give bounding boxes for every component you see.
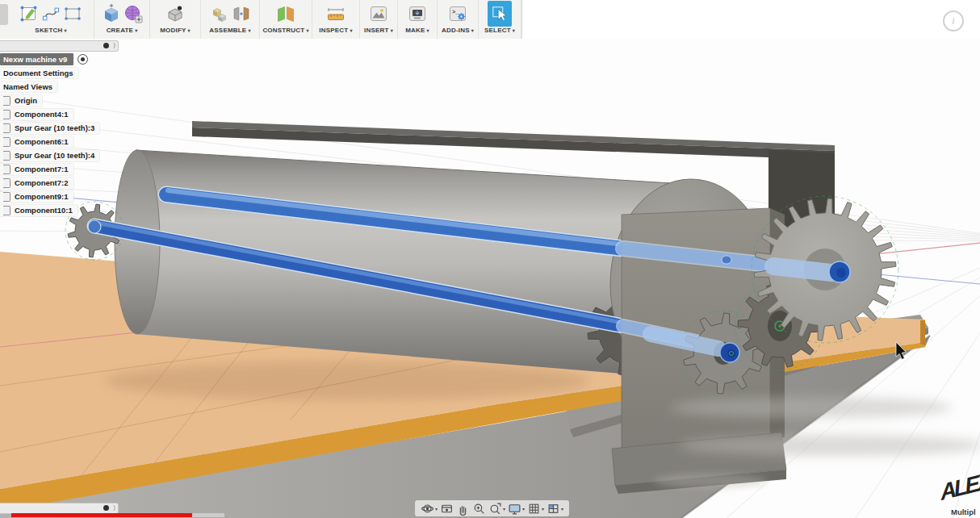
browser-root-row[interactable]: Nexw machine v9 xyxy=(0,53,88,65)
toolbar-group-sketch[interactable]: SKETCH▾ xyxy=(8,0,94,39)
browser-item[interactable]: Component4:1 xyxy=(0,108,73,120)
browser-item[interactable]: Spur Gear (10 teeth):3 xyxy=(0,122,99,134)
pan-icon[interactable] xyxy=(456,502,470,516)
select-icon xyxy=(488,1,512,27)
toolbar-group-label: ADD-INS▾ xyxy=(442,27,474,34)
toolbar-group-construct[interactable]: CONSTRUCT▾ xyxy=(260,0,312,39)
browser-item-label: Spur Gear (10 teeth):3 xyxy=(15,123,94,132)
video-progress-bar[interactable] xyxy=(11,513,193,517)
toolbar-group-label: ASSEMBLE▾ xyxy=(209,27,250,34)
chevron-down-icon: ▾ xyxy=(503,506,505,512)
scripts-icon: >_ xyxy=(447,3,468,24)
toolbar-group-label: MODIFY▾ xyxy=(160,27,191,34)
display-settings-icon[interactable]: ▾ xyxy=(508,502,525,516)
chevron-down-icon: ▾ xyxy=(248,28,250,33)
toolbar-group-inspect[interactable]: INSPECT▾ xyxy=(312,0,360,39)
browser-item-label: Component7:1 xyxy=(15,165,69,173)
browser-item-label: Component6:1 xyxy=(15,137,69,146)
toolbar-group-label: CREATE▾ xyxy=(107,27,138,34)
toolbar-group-insert[interactable]: INSERT▾ xyxy=(360,0,398,39)
component-icon xyxy=(3,123,10,133)
extrude-icon xyxy=(101,3,122,24)
plane-icon xyxy=(275,3,296,24)
watermark-subtext: Multipl xyxy=(951,508,976,516)
viewport-canvas[interactable]: ALEX ALEX xyxy=(0,39,980,518)
video-buffer-bar xyxy=(192,513,224,517)
chevron-down-icon: ▾ xyxy=(350,28,352,33)
toolbar-group-create[interactable]: CREATE▾ xyxy=(94,0,150,39)
viewports-icon[interactable]: ▾ xyxy=(547,502,563,516)
chevron-down-icon: ▾ xyxy=(471,28,474,33)
browser-item-label: Component7:2 xyxy=(15,178,69,187)
chevron-down-icon: ▾ xyxy=(542,506,544,512)
roller-shadow xyxy=(105,361,589,400)
browser-item-label: Origin xyxy=(15,96,37,105)
document-title: Nexw machine v9 xyxy=(0,53,73,65)
toolbar-group-label: INSERT▾ xyxy=(364,27,393,34)
clipped-icon xyxy=(0,4,8,25)
collapse-dot-icon xyxy=(103,505,109,511)
chevron-down-icon: ▾ xyxy=(391,28,393,33)
collapse-chevron-icon: ) xyxy=(113,503,115,511)
toolbar-group-label: CONSTRUCT▾ xyxy=(262,27,308,34)
chevron-down-icon: ▾ xyxy=(427,28,429,33)
browser-item-label: Component10:1 xyxy=(15,206,73,215)
bottom-collapse-bar[interactable]: ) xyxy=(0,503,119,514)
top-collapse-bar[interactable]: ) xyxy=(0,40,119,52)
browser-item[interactable]: Component7:2 xyxy=(0,177,73,189)
toolbar-group-modify[interactable]: MODIFY▾ xyxy=(150,0,201,39)
collapse-chevron-icon: ) xyxy=(113,41,115,48)
component-icon xyxy=(3,192,10,202)
measure-icon xyxy=(325,3,346,24)
browser-item[interactable]: Component10:1 xyxy=(0,204,77,216)
browser-item-label: Component4:1 xyxy=(15,110,69,119)
image-icon xyxy=(368,3,389,24)
grid-and-snaps-icon[interactable]: ▾ xyxy=(527,502,544,516)
svg-text:>_: >_ xyxy=(452,9,459,15)
sketch-icon xyxy=(19,3,40,24)
browser-item[interactable]: Component7:1 xyxy=(0,163,73,175)
look-at-icon[interactable] xyxy=(440,502,454,516)
chevron-down-icon: ▾ xyxy=(522,506,525,512)
info-icon[interactable]: i xyxy=(943,10,964,31)
orbit-icon[interactable]: ▾ xyxy=(421,502,438,516)
chevron-down-icon: ▾ xyxy=(188,28,191,33)
toolbar-group-label: SELECT▾ xyxy=(484,27,515,34)
toolbar-group-add-ins[interactable]: >_ADD-INS▾ xyxy=(438,0,479,39)
chevron-down-icon: ▾ xyxy=(135,28,137,33)
component-icon xyxy=(3,178,10,188)
info-glyph: i xyxy=(952,15,954,27)
print-icon xyxy=(407,3,428,24)
chevron-down-icon: ▾ xyxy=(435,506,438,512)
browser-item[interactable]: Document Settings xyxy=(0,67,78,79)
browser-item-label: Component9:1 xyxy=(15,192,69,201)
toolbar-group-strip: SKETCH▾CREATE▾MODIFY▾ASSEMBLE▾CONSTRUCT▾… xyxy=(0,0,522,40)
toolbar-group-label: MAKE▾ xyxy=(405,27,429,34)
collapse-dot-icon xyxy=(103,43,109,48)
top-toolbar: SKETCH▾CREATE▾MODIFY▾ASSEMBLE▾CONSTRUCT▾… xyxy=(0,0,980,39)
form-icon xyxy=(123,3,144,24)
joint-icon xyxy=(231,3,252,24)
component-icon xyxy=(3,110,10,119)
browser-item[interactable]: Spur Gear (10 teeth):4 xyxy=(0,149,99,161)
board-end-face xyxy=(920,320,925,345)
toolbar-group-select[interactable]: SELECT▾ xyxy=(479,0,521,39)
browser-item[interactable]: Origin xyxy=(0,94,42,107)
toolbar-group-make[interactable]: MAKE▾ xyxy=(398,0,438,39)
component-icon xyxy=(3,206,10,215)
browser-item-label: Named Views xyxy=(3,82,52,91)
chevron-down-icon: ▾ xyxy=(306,28,308,33)
browser-item[interactable]: Named Views xyxy=(0,81,57,93)
zoom-icon[interactable] xyxy=(472,502,486,516)
browser-item[interactable]: Component9:1 xyxy=(0,190,73,203)
component-icon xyxy=(3,151,10,161)
rectangle-icon xyxy=(62,3,83,24)
chevron-down-icon: ▾ xyxy=(561,506,563,512)
toolbar-group-assemble[interactable]: ASSEMBLE▾ xyxy=(201,0,260,39)
chevron-down-icon: ▾ xyxy=(513,28,515,33)
component-icon xyxy=(3,96,10,106)
browser-item-label: Spur Gear (10 teeth):4 xyxy=(15,151,94,160)
browser-item[interactable]: Component6:1 xyxy=(0,136,73,148)
window-zoom-icon[interactable]: ▾ xyxy=(488,502,505,516)
activate-radio-button[interactable] xyxy=(77,54,88,65)
